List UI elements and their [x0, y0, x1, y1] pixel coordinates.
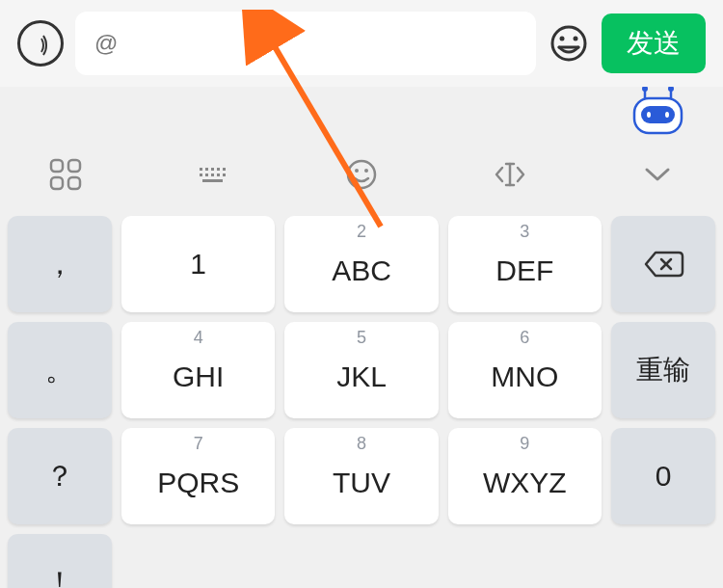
svg-rect-9 [641, 106, 675, 123]
key-digit: 7 [194, 434, 203, 454]
input-value: @ [94, 30, 118, 57]
svg-rect-15 [68, 177, 80, 189]
key-digit: 3 [520, 222, 529, 242]
svg-point-28 [355, 169, 359, 173]
key-label: ABC [332, 254, 391, 287]
key-zero[interactable]: 0 [611, 428, 715, 524]
emoji-icon[interactable] [548, 22, 590, 65]
input-bar: @ 发送 [0, 0, 723, 87]
svg-rect-22 [205, 174, 208, 176]
key-comma[interactable]: ， [8, 216, 112, 312]
key-digit: 6 [520, 328, 529, 348]
key-2-abc[interactable]: 2 ABC [284, 216, 438, 312]
svg-point-11 [665, 112, 669, 118]
svg-rect-26 [202, 179, 223, 182]
svg-point-0 [552, 27, 585, 60]
key-4-ghi[interactable]: 4 GHI [121, 322, 275, 418]
svg-point-29 [364, 169, 368, 173]
svg-rect-17 [205, 168, 208, 171]
key-label: PQRS [157, 467, 239, 499]
key-digit: 8 [357, 434, 366, 454]
apps-icon[interactable] [46, 155, 85, 194]
key-label: DEF [495, 254, 553, 287]
svg-rect-25 [223, 174, 226, 176]
cursor-icon[interactable] [491, 155, 529, 194]
key-backspace[interactable] [611, 216, 715, 312]
key-8-tuv[interactable]: 8 TUV [284, 428, 438, 524]
key-label: GHI [173, 361, 224, 393]
mascot-row [0, 87, 723, 141]
send-label: 发送 [627, 25, 681, 62]
svg-point-7 [668, 87, 674, 92]
key-digit: 4 [194, 328, 203, 348]
key-label: 0 [656, 460, 672, 493]
svg-point-6 [642, 87, 648, 92]
key-9-wxyz[interactable]: 9 WXYZ [448, 428, 602, 524]
svg-point-10 [647, 112, 651, 118]
svg-rect-16 [200, 168, 202, 171]
svg-point-2 [574, 37, 578, 41]
key-label: ？ [45, 457, 74, 496]
message-input[interactable]: @ [75, 12, 536, 75]
svg-point-27 [348, 161, 375, 188]
svg-rect-14 [51, 177, 63, 189]
backspace-icon [642, 249, 684, 280]
svg-rect-20 [223, 168, 226, 171]
keyboard-grid: ， 1 2 ABC 3 DEF 。 4 GHI 5 JKL 6 MNO 重输 ？ [0, 208, 723, 588]
keyboard-toolbar [0, 141, 723, 208]
svg-rect-21 [200, 174, 202, 176]
key-question[interactable]: ？ [8, 428, 112, 524]
key-7-pqrs[interactable]: 7 PQRS [121, 428, 275, 524]
key-label: ， [45, 245, 74, 284]
key-label: ！ [45, 563, 74, 589]
smiley-icon[interactable] [342, 155, 381, 194]
voice-icon[interactable] [17, 20, 64, 67]
svg-rect-13 [68, 160, 80, 172]
svg-rect-23 [211, 174, 214, 176]
key-digit: 9 [520, 434, 529, 454]
key-label: TUV [333, 467, 390, 499]
collapse-icon[interactable] [638, 155, 677, 194]
key-label: 1 [190, 248, 206, 281]
send-button[interactable]: 发送 [602, 13, 706, 73]
mascot-icon[interactable] [631, 87, 684, 141]
key-6-mno[interactable]: 6 MNO [448, 322, 602, 418]
key-1[interactable]: 1 [121, 216, 275, 312]
key-label: 。 [45, 351, 74, 390]
svg-rect-18 [211, 168, 214, 171]
key-digit: 2 [357, 222, 366, 242]
key-3-def[interactable]: 3 DEF [448, 216, 602, 312]
svg-point-1 [560, 37, 565, 41]
svg-rect-19 [217, 168, 220, 171]
key-label: JKL [336, 361, 387, 393]
key-label: WXYZ [483, 467, 567, 499]
key-exclaim[interactable]: ！ [8, 534, 112, 588]
key-5-jkl[interactable]: 5 JKL [284, 322, 438, 418]
key-digit: 5 [357, 328, 366, 348]
svg-rect-24 [217, 174, 220, 176]
key-period[interactable]: 。 [8, 322, 112, 418]
key-label: 重输 [636, 352, 690, 388]
key-label: MNO [491, 361, 558, 393]
key-reinput[interactable]: 重输 [611, 322, 715, 418]
svg-rect-12 [51, 160, 63, 172]
keyboard-mode-icon[interactable] [195, 155, 233, 194]
